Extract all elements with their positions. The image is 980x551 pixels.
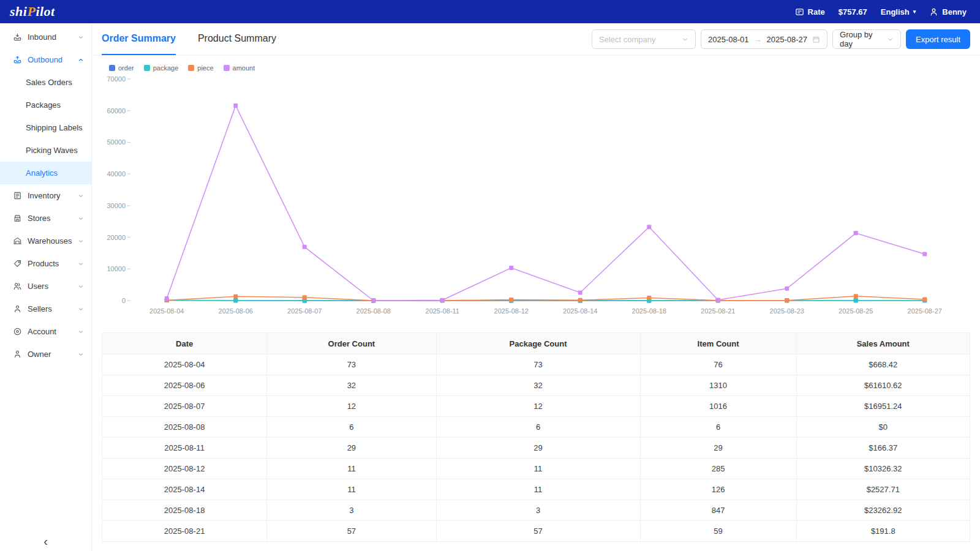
sidebar-item-analytics[interactable]: Analytics <box>0 162 91 184</box>
sidebar-item-label: Stores <box>28 214 51 223</box>
table-cell: 2025-08-04 <box>102 354 267 375</box>
balance-value: $757.67 <box>839 7 867 17</box>
chevron-down-icon <box>78 351 84 358</box>
rate-label: Rate <box>808 7 825 17</box>
table-row: 2025-08-11292929$166.37 <box>102 438 970 459</box>
toolbar: Order SummaryProduct Summary Select comp… <box>92 23 980 56</box>
table-cell: 29 <box>640 438 796 459</box>
sidebar-item-inbound[interactable]: Inbound <box>0 26 91 48</box>
sidebar-item-outbound[interactable]: Outbound <box>0 48 91 71</box>
table-row: 2025-08-141111126$2527.71 <box>102 479 970 500</box>
table-cell: 2025-08-07 <box>102 396 267 417</box>
legend-item-piece[interactable]: piece <box>188 64 213 72</box>
chevron-up-icon <box>78 57 84 63</box>
rate-button[interactable]: Rate <box>795 7 825 17</box>
svg-text:40000: 40000 <box>107 170 126 178</box>
sidebar-item-products[interactable]: Products <box>0 252 91 275</box>
table-row: 2025-08-08666$0 <box>102 417 970 438</box>
legend-item-order[interactable]: order <box>109 64 134 72</box>
chevron-down-icon <box>78 283 84 290</box>
export-button[interactable]: Export result <box>906 29 970 49</box>
table-cell: $191.8 <box>796 521 970 542</box>
table-cell: 11 <box>436 459 640 479</box>
table-row: 2025-08-04737376$668.42 <box>102 354 970 375</box>
date-end: 2025-08-27 <box>767 35 808 44</box>
language-select[interactable]: English ▾ <box>881 7 916 17</box>
groupby-select[interactable]: Group by day <box>832 29 901 49</box>
table-cell: $2527.71 <box>796 479 970 500</box>
table-cell: 2025-08-18 <box>102 500 267 521</box>
table-cell: 57 <box>436 521 640 542</box>
svg-text:2025-08-04: 2025-08-04 <box>149 307 184 315</box>
tab-product-summary[interactable]: Product Summary <box>198 23 276 55</box>
users-icon <box>12 282 22 291</box>
table-cell: 1016 <box>640 396 796 417</box>
main-content: Order SummaryProduct Summary Select comp… <box>92 23 980 551</box>
user-menu[interactable]: Benny <box>929 7 967 17</box>
sidebar-item-inventory[interactable]: Inventory <box>0 184 91 207</box>
rate-icon <box>795 7 804 17</box>
svg-text:70000: 70000 <box>107 75 126 83</box>
sidebar-item-sales-orders[interactable]: Sales Orders <box>0 71 91 94</box>
sidebar-item-picking-waves[interactable]: Picking Waves <box>0 139 91 162</box>
date-start: 2025-08-01 <box>708 35 749 44</box>
sidebar-collapse-button[interactable]: ‹ <box>0 535 91 547</box>
table-cell: 2025-08-06 <box>102 375 267 396</box>
table-cell: 6 <box>267 417 436 438</box>
table-row: 2025-08-1833847$23262.92 <box>102 500 970 521</box>
sidebar-item-warehouses[interactable]: Warehouses <box>0 230 91 252</box>
sidebar-item-users[interactable]: Users <box>0 275 91 298</box>
balance[interactable]: $757.67 <box>839 7 867 17</box>
table-header-sales-amount: Sales Amount <box>796 333 970 354</box>
table-cell: 59 <box>640 521 796 542</box>
toolbar-controls: Select company 2025-08-01 → 2025-08-27 G… <box>592 23 970 55</box>
sidebar-item-label: Products <box>28 259 59 268</box>
legend-item-package[interactable]: package <box>144 64 179 72</box>
svg-text:2025-08-21: 2025-08-21 <box>701 307 735 315</box>
chevron-down-icon: ▾ <box>913 9 916 15</box>
legend-swatch-icon <box>188 65 194 71</box>
account-icon <box>12 327 22 337</box>
table-row: 2025-08-121111285$10326.32 <box>102 459 970 479</box>
svg-text:10000: 10000 <box>107 265 126 272</box>
svg-text:30000: 30000 <box>107 202 126 209</box>
summary-table: DateOrder CountPackage CountItem CountSa… <box>102 332 970 542</box>
table-row: 2025-08-0632321310$61610.62 <box>102 375 970 396</box>
table-cell: 2025-08-14 <box>102 479 267 500</box>
date-range-picker[interactable]: 2025-08-01 → 2025-08-27 <box>701 29 827 49</box>
owner-icon <box>12 350 22 359</box>
app-logo[interactable]: shiPilot <box>10 4 55 20</box>
sidebar-item-label: Sellers <box>28 304 52 313</box>
table-cell: 847 <box>640 500 796 521</box>
chevron-down-icon <box>78 261 84 267</box>
svg-text:2025-08-06: 2025-08-06 <box>219 307 253 315</box>
table-cell: 32 <box>267 375 436 396</box>
sidebar-item-stores[interactable]: Stores <box>0 207 91 230</box>
logo-text: shi <box>10 4 27 19</box>
table-cell: 2025-08-12 <box>102 459 267 479</box>
table-cell: 6 <box>436 417 640 438</box>
sidebar-item-label: Account <box>28 327 56 336</box>
company-select[interactable]: Select company <box>592 29 696 49</box>
language-label: English <box>881 7 910 17</box>
sidebar-item-shipping-labels[interactable]: Shipping Labels <box>0 116 91 139</box>
arrow-right-icon: → <box>754 35 762 44</box>
tab-order-summary[interactable]: Order Summary <box>102 23 176 55</box>
legend-item-amount[interactable]: amount <box>224 64 255 72</box>
table-cell: 29 <box>436 438 640 459</box>
logo-text: ilot <box>36 4 55 19</box>
svg-text:2025-08-14: 2025-08-14 <box>563 307 597 315</box>
sidebar-item-owner[interactable]: Owner <box>0 343 91 365</box>
table-cell: $166.37 <box>796 438 970 459</box>
table-cell: 12 <box>436 396 640 417</box>
table-header-order-count: Order Count <box>267 333 436 354</box>
svg-text:2025-08-27: 2025-08-27 <box>908 307 942 315</box>
legend-swatch-icon <box>224 65 230 71</box>
legend-swatch-icon <box>109 65 115 71</box>
sidebar-item-packages[interactable]: Packages <box>0 94 91 116</box>
inventory-icon <box>12 191 22 201</box>
table-header-item-count: Item Count <box>640 333 796 354</box>
sidebar-item-sellers[interactable]: Sellers <box>0 298 91 320</box>
summary-line-chart: 0100002000030000400005000060000700002025… <box>102 73 970 319</box>
sidebar-item-account[interactable]: Account <box>0 320 91 343</box>
